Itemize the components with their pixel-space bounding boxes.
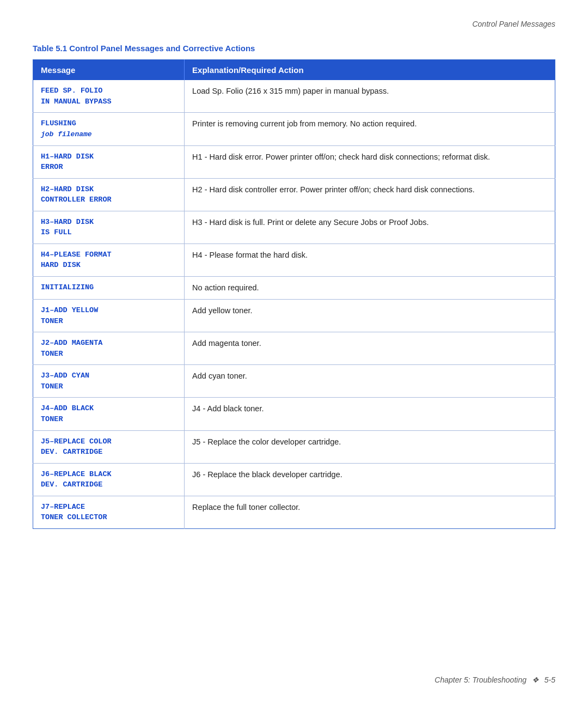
table-row: FEED SP. FOLIOIN MANUAL BYPASSLoad Sp. F… bbox=[33, 80, 555, 113]
action-cell: J6 - Replace the black developer cartrid… bbox=[185, 463, 555, 496]
message-cell: J4–ADD BLACKTONER bbox=[33, 398, 185, 430]
table-row: INITIALIZINGNo action required. bbox=[33, 277, 555, 300]
table-row: J7–REPLACETONER COLLECTORReplace the ful… bbox=[33, 496, 555, 528]
table-body: FEED SP. FOLIOIN MANUAL BYPASSLoad Sp. F… bbox=[33, 80, 555, 528]
table-row: H1–HARD DISKERRORH1 - Hard disk error. P… bbox=[33, 145, 555, 178]
footer-page: 5-5 bbox=[544, 675, 555, 684]
content-area: Table 5.1 Control Panel Messages and Cor… bbox=[33, 44, 555, 529]
table-row: H3–HARD DISKIS FULLH3 - Hard disk is ful… bbox=[33, 211, 555, 244]
message-cell: J5–REPLACE COLORDEV. CARTRIDGE bbox=[33, 430, 185, 463]
action-cell: H4 - Please format the hard disk. bbox=[185, 244, 555, 276]
table-title-text: Table 5.1 Control Panel Messages and Cor… bbox=[33, 44, 255, 53]
message-cell: J2–ADD MAGENTATONER bbox=[33, 332, 185, 365]
footer-diamond: ❖ bbox=[532, 675, 539, 684]
message-cell: J1–ADD YELLOWTONER bbox=[33, 300, 185, 332]
message-cell: H1–HARD DISKERROR bbox=[33, 145, 185, 178]
footer-chapter: Chapter 5: Troubleshooting bbox=[434, 675, 526, 684]
action-cell: J5 - Replace the color developer cartrid… bbox=[185, 430, 555, 463]
main-table: Message Explanation/Required Action FEED… bbox=[33, 59, 555, 529]
action-cell: Printer is removing current job from mem… bbox=[185, 113, 555, 145]
table-row: J3–ADD CYANTONERAdd cyan toner. bbox=[33, 365, 555, 398]
page-header: Control Panel Messages bbox=[472, 20, 555, 28]
header-text: Control Panel Messages bbox=[472, 20, 555, 28]
page-footer: Chapter 5: Troubleshooting ❖ 5-5 bbox=[434, 675, 555, 684]
table-row: J6–REPLACE BLACKDEV. CARTRIDGEJ6 - Repla… bbox=[33, 463, 555, 496]
message-cell: H2–HARD DISKCONTROLLER ERROR bbox=[33, 178, 185, 211]
action-cell: H1 - Hard disk error. Power printer off/… bbox=[185, 145, 555, 178]
table-row: J1–ADD YELLOWTONERAdd yellow toner. bbox=[33, 300, 555, 332]
table-row: J4–ADD BLACKTONERJ4 - Add black toner. bbox=[33, 398, 555, 430]
action-cell: Add magenta toner. bbox=[185, 332, 555, 365]
action-cell: H2 - Hard disk controller error. Power p… bbox=[185, 178, 555, 211]
message-cell: J6–REPLACE BLACKDEV. CARTRIDGE bbox=[33, 463, 185, 496]
table-header-row: Message Explanation/Required Action bbox=[33, 60, 555, 81]
message-cell: J7–REPLACETONER COLLECTOR bbox=[33, 496, 185, 528]
message-cell: H4–PLEASE FORMATHARD DISK bbox=[33, 244, 185, 276]
action-cell: J4 - Add black toner. bbox=[185, 398, 555, 430]
action-cell: No action required. bbox=[185, 277, 555, 300]
table-title: Table 5.1 Control Panel Messages and Cor… bbox=[33, 44, 555, 53]
message-cell: FLUSHINGjob filename bbox=[33, 113, 185, 145]
table-row: J2–ADD MAGENTATONERAdd magenta toner. bbox=[33, 332, 555, 365]
message-cell: J3–ADD CYANTONER bbox=[33, 365, 185, 398]
table-row: FLUSHINGjob filenamePrinter is removing … bbox=[33, 113, 555, 145]
table-row: H4–PLEASE FORMATHARD DISKH4 - Please for… bbox=[33, 244, 555, 276]
message-cell: FEED SP. FOLIOIN MANUAL BYPASS bbox=[33, 80, 185, 113]
action-cell: Add yellow toner. bbox=[185, 300, 555, 332]
action-cell: Add cyan toner. bbox=[185, 365, 555, 398]
action-cell: Replace the full toner collector. bbox=[185, 496, 555, 528]
message-cell: INITIALIZING bbox=[33, 277, 185, 300]
table-row: J5–REPLACE COLORDEV. CARTRIDGEJ5 - Repla… bbox=[33, 430, 555, 463]
message-cell: H3–HARD DISKIS FULL bbox=[33, 211, 185, 244]
col-message-header: Message bbox=[33, 60, 185, 81]
action-cell: H3 - Hard disk is full. Print or delete … bbox=[185, 211, 555, 244]
col-action-header: Explanation/Required Action bbox=[185, 60, 555, 81]
action-cell: Load Sp. Folio (216 x 315 mm) paper in m… bbox=[185, 80, 555, 113]
table-row: H2–HARD DISKCONTROLLER ERRORH2 - Hard di… bbox=[33, 178, 555, 211]
